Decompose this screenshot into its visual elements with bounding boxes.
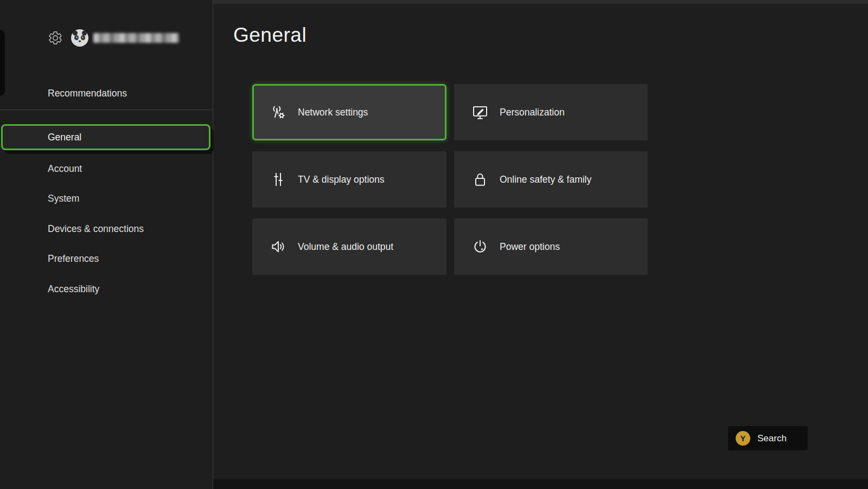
sidebar-item-account[interactable]: Account: [0, 160, 212, 177]
tile-label: Network settings: [298, 107, 368, 118]
settings-main: General Network settings: [213, 0, 868, 489]
sidebar-item-accessibility[interactable]: Accessibility: [0, 281, 212, 297]
settings-sidebar: Recommendations General Account System D…: [0, 0, 213, 489]
online-safety-icon: [471, 171, 489, 188]
sidebar-item-label: General: [48, 132, 81, 143]
tile-label: Power options: [500, 241, 560, 253]
personalization-icon: [471, 104, 489, 121]
sidebar-item-system[interactable]: System: [0, 190, 212, 207]
xbox-settings-screen: Recommendations General Account System D…: [0, 0, 868, 489]
avatar-panda[interactable]: [71, 29, 89, 47]
tile-label: TV & display options: [298, 174, 385, 185]
tv-display-icon: [270, 171, 287, 188]
left-edge-flyout-peek: [0, 30, 5, 96]
search-label: Search: [757, 433, 787, 444]
sidebar-item-recommendations[interactable]: Recommendations: [48, 86, 127, 101]
tile-label: Online safety & family: [500, 174, 591, 185]
tile-label: Volume & audio output: [298, 241, 393, 253]
network-settings-icon: [270, 104, 287, 121]
volume-audio-icon: [270, 238, 287, 255]
search-button[interactable]: Y Search: [728, 426, 808, 451]
tile-volume-audio-output[interactable]: Volume & audio output: [252, 218, 446, 275]
tile-label: Personalization: [500, 107, 565, 118]
sidebar-item-devices-connections[interactable]: Devices & connections: [0, 221, 212, 237]
sidebar-item-preferences[interactable]: Preferences: [0, 250, 212, 267]
tile-grid: Network settings Personalization: [252, 84, 648, 275]
tile-tv-display-options[interactable]: TV & display options: [252, 151, 446, 208]
page-title: General: [233, 24, 307, 47]
y-button-icon: Y: [736, 431, 750, 446]
username-obscured: [93, 33, 179, 43]
tile-online-safety-family[interactable]: Online safety & family: [454, 151, 648, 208]
sidebar-divider: [0, 110, 213, 110]
power-options-icon: [471, 238, 489, 255]
gear-icon[interactable]: [48, 30, 63, 46]
tile-network-settings[interactable]: Network settings: [252, 84, 446, 140]
tile-personalization[interactable]: Personalization: [454, 84, 648, 140]
sidebar-item-general[interactable]: General: [1, 124, 210, 150]
tile-power-options[interactable]: Power options: [454, 218, 648, 275]
